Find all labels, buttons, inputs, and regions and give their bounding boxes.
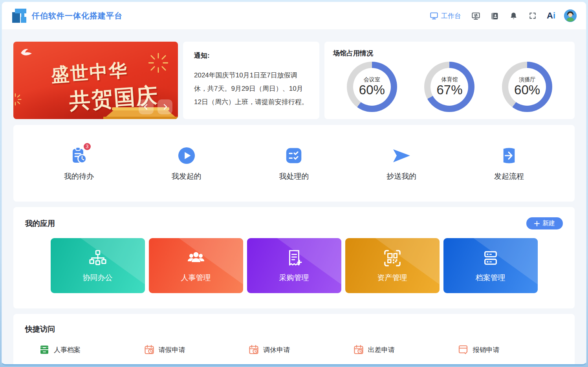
new-app-button[interactable]: 新建 bbox=[526, 217, 563, 229]
play-circle-icon bbox=[178, 147, 196, 165]
action-label: 发起流程 bbox=[494, 171, 524, 182]
firework-icon bbox=[147, 52, 169, 74]
quick-access-title: 快捷访问 bbox=[25, 324, 563, 334]
carousel-prev-button[interactable] bbox=[139, 99, 154, 114]
quick-link-hr-archives[interactable]: 人事档案 bbox=[39, 345, 144, 355]
action-label: 我的待办 bbox=[64, 171, 94, 182]
action-cc-to-me[interactable]: 抄送我的 bbox=[348, 145, 455, 182]
app-card-archives[interactable]: 档案管理 bbox=[443, 238, 538, 293]
workbench-page: 仟伯软件一体化搭建平台 工作台 bbox=[2, 2, 586, 365]
new-app-button-label: 新建 bbox=[542, 219, 555, 228]
app-card-hr[interactable]: 人事管理 bbox=[149, 238, 243, 293]
user-avatar[interactable] bbox=[564, 9, 577, 22]
firework-icon bbox=[13, 93, 22, 106]
carousel-next-button[interactable] bbox=[158, 99, 172, 114]
donut-value: 67% bbox=[436, 83, 462, 97]
app-card-label: 采购管理 bbox=[279, 273, 309, 283]
app-card-purchasing[interactable]: 采购管理 bbox=[247, 238, 341, 293]
workflow-actions-panel: 3 我的待办 我发起的 bbox=[13, 125, 575, 202]
chevron-right-icon bbox=[162, 104, 168, 110]
donut-chart-meeting-room: 会议室 60% bbox=[347, 62, 397, 112]
app-logo-icon bbox=[11, 8, 27, 24]
fullscreen-icon[interactable] bbox=[528, 11, 537, 20]
main-content: 盛世中华 共贺国庆 通知: 2024年国庆节10月1日至7日放假调休，共7天。9… bbox=[2, 30, 586, 365]
ai-assistant-icon[interactable]: Ai bbox=[547, 11, 555, 21]
donut-chart-studio: 演播厅 60% bbox=[502, 62, 552, 112]
my-apps-title: 我的应用 bbox=[25, 218, 55, 229]
bell-icon[interactable] bbox=[509, 11, 518, 20]
action-label: 抄送我的 bbox=[387, 171, 416, 182]
quick-link-label: 出差申请 bbox=[368, 345, 395, 354]
workbench-label: 工作台 bbox=[441, 11, 461, 20]
purchase-receipt-icon bbox=[286, 249, 303, 267]
venue-panel-title: 场馆占用情况 bbox=[333, 49, 566, 58]
donut-value: 60% bbox=[359, 83, 385, 97]
app-card-collaboration[interactable]: 协同办公 bbox=[51, 238, 145, 293]
file-cabinet-icon bbox=[39, 345, 49, 355]
action-processed-by-me[interactable]: 我处理的 bbox=[240, 145, 348, 182]
my-apps-panel: 我的应用 新建 bbox=[13, 207, 575, 308]
app-card-label: 资产管理 bbox=[377, 273, 407, 283]
app-card-label: 人事管理 bbox=[181, 273, 211, 283]
quick-access-panel: 快捷访问 人事档案 bbox=[13, 314, 575, 365]
start-flow-icon bbox=[501, 147, 517, 165]
quick-link-comp-leave-request[interactable]: 调休申请 bbox=[249, 345, 354, 355]
action-label: 我处理的 bbox=[279, 171, 309, 182]
archive-server-icon bbox=[482, 250, 500, 267]
monitor-icon bbox=[430, 11, 438, 20]
action-my-todos[interactable]: 3 我的待办 bbox=[25, 145, 133, 182]
quick-link-label: 人事档案 bbox=[54, 345, 81, 354]
org-chart-icon bbox=[89, 249, 107, 267]
donut-value: 60% bbox=[514, 83, 540, 97]
venue-occupancy-panel: 场馆占用情况 会议室 60% 体育馆 67% bbox=[324, 42, 575, 119]
plus-icon bbox=[534, 221, 540, 226]
quick-link-business-trip-request[interactable]: 出差申请 bbox=[354, 345, 458, 355]
app-title: 仟伯软件一体化搭建平台 bbox=[32, 11, 123, 21]
quick-link-label: 请假申请 bbox=[159, 345, 185, 354]
quick-link-expense-claim[interactable]: 报销申请 bbox=[458, 345, 563, 355]
notice-body: 2024年国庆节10月1日至7日放假调休，共7天。9月29日（周日）、10月12… bbox=[194, 69, 308, 109]
receipt-check-icon bbox=[458, 345, 468, 355]
action-initiated-by-me[interactable]: 我发起的 bbox=[133, 145, 240, 182]
calendar-clock-icon bbox=[354, 345, 364, 355]
action-label: 我发起的 bbox=[172, 171, 201, 182]
todo-count-badge: 3 bbox=[83, 142, 92, 151]
quick-link-label: 调休申请 bbox=[263, 345, 290, 354]
app-card-assets[interactable]: 资产管理 bbox=[345, 238, 440, 293]
workbench-nav-button[interactable]: 工作台 bbox=[430, 11, 461, 20]
app-card-label: 档案管理 bbox=[476, 273, 506, 283]
dove-icon bbox=[20, 47, 33, 57]
quick-link-leave-request[interactable]: 请假申请 bbox=[144, 345, 249, 355]
quick-link-label: 报销申请 bbox=[473, 345, 499, 354]
contact-card-icon[interactable] bbox=[490, 11, 500, 20]
checklist-icon bbox=[285, 147, 302, 164]
calendar-clock-icon bbox=[249, 345, 259, 355]
banner-headline: 盛世中华 bbox=[50, 58, 129, 88]
app-card-label: 协同办公 bbox=[83, 273, 113, 283]
send-plane-icon bbox=[392, 147, 411, 165]
top-header: 仟伯软件一体化搭建平台 工作台 bbox=[2, 2, 586, 30]
qr-scan-icon bbox=[383, 249, 401, 267]
notice-title: 通知: bbox=[194, 51, 308, 60]
screen-share-icon[interactable] bbox=[471, 11, 481, 20]
action-start-workflow[interactable]: 发起流程 bbox=[455, 145, 563, 182]
people-group-icon bbox=[186, 250, 206, 267]
notice-panel: 通知: 2024年国庆节10月1日至7日放假调休，共7天。9月29日（周日）、1… bbox=[183, 42, 319, 119]
chevron-left-icon bbox=[143, 104, 149, 110]
calendar-clock-icon bbox=[144, 345, 154, 355]
promo-carousel-banner[interactable]: 盛世中华 共贺国庆 bbox=[13, 42, 178, 119]
donut-chart-gymnasium: 体育馆 67% bbox=[424, 62, 474, 112]
